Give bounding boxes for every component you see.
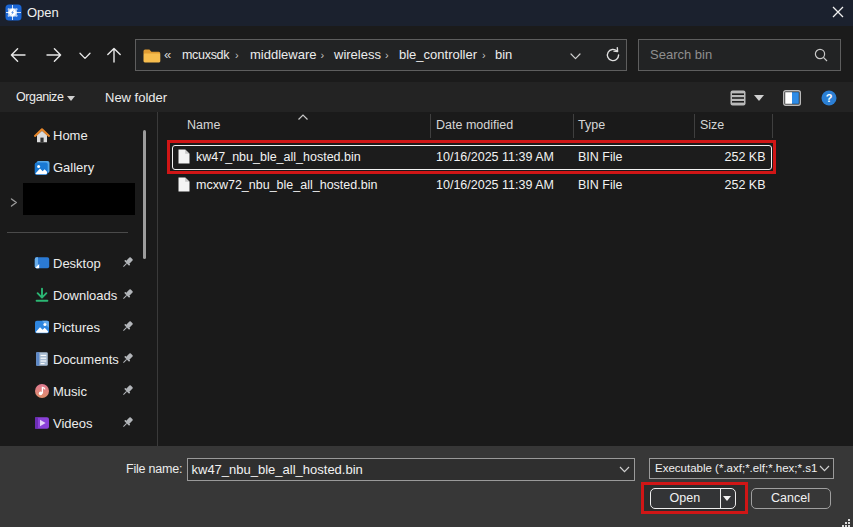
svg-text:?: ? (826, 92, 833, 104)
